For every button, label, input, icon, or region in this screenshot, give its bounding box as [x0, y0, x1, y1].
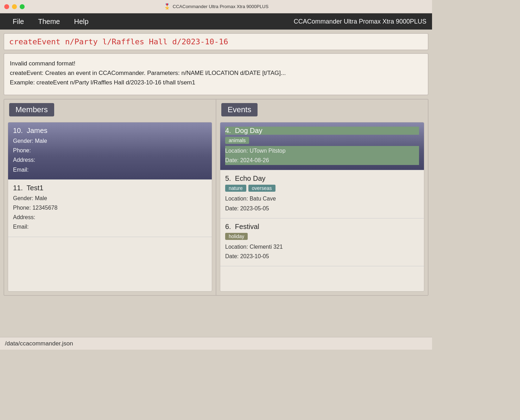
close-button[interactable] [4, 4, 9, 9]
menu-bar: File Theme Help CCACommander Ultra Proma… [0, 13, 432, 30]
members-panel: Members 10. James Gender: Male Phone: Ad… [4, 100, 216, 295]
event-tag: nature [225, 185, 246, 192]
event-tag: overseas [248, 185, 275, 192]
member-phone: Phone: 12345678 [13, 203, 207, 212]
menu-theme[interactable]: Theme [31, 15, 67, 28]
split-pane: Members 10. James Gender: Male Phone: Ad… [4, 99, 429, 296]
minimize-button[interactable] [12, 4, 17, 9]
menu-file[interactable]: File [6, 15, 31, 28]
events-panel: Events 4. Dog Day animals Location: UTow… [216, 100, 428, 295]
member-address: Address: [13, 155, 207, 165]
event-name: 6. Festival [225, 223, 419, 231]
menu-help[interactable]: Help [67, 15, 95, 28]
app-name-header: CCACommander Ultra Promax Xtra 9000PLUS [294, 18, 426, 25]
member-card[interactable]: 11. Test1 Gender: Male Phone: 12345678 A… [8, 180, 212, 237]
member-address: Address: [13, 212, 207, 222]
event-location: Location: UTown Pitstop [225, 146, 419, 155]
event-name: 4. Dog Day [225, 127, 419, 135]
output-area: Invalid command format! createEvent: Cre… [4, 53, 429, 95]
member-email: Email: [13, 222, 207, 231]
output-line-1: Invalid command format! [10, 59, 422, 68]
event-card[interactable]: 5. Echo Day nature overseas Location: Ba… [220, 170, 424, 218]
members-panel-title: Members [9, 103, 54, 116]
event-tag: holiday [225, 233, 248, 240]
output-line-2: createEvent: Creates an event in CCAComm… [10, 68, 422, 78]
events-panel-header: Events [216, 100, 428, 120]
members-list[interactable]: 10. James Gender: Male Phone: Address: E… [8, 122, 212, 292]
window-controls[interactable] [4, 4, 25, 9]
status-text: /data/ccacommander.json [5, 340, 73, 347]
event-date: Date: 2024-08-26 [225, 155, 419, 165]
member-gender: Gender: Male [13, 193, 207, 203]
member-name: 11. Test1 [13, 184, 207, 192]
maximize-button[interactable] [20, 4, 25, 9]
command-area [4, 33, 429, 50]
events-panel-title: Events [221, 103, 258, 116]
event-date: Date: 2023-05-05 [225, 204, 419, 213]
command-input[interactable] [9, 37, 423, 46]
event-tags: animals [225, 137, 419, 144]
members-panel-header: Members [4, 100, 216, 120]
status-bar: /data/ccacommander.json [0, 337, 432, 350]
app-icon: 🎖️ [164, 3, 171, 10]
event-date: Date: 2023-10-05 [225, 252, 419, 261]
member-card[interactable]: 10. James Gender: Male Phone: Address: E… [8, 122, 212, 180]
event-location: Location: Clementi 321 [225, 242, 419, 252]
event-tags: holiday [225, 233, 419, 240]
member-name: 10. James [13, 127, 207, 135]
output-line-3: Example: createEvent n/Party l/Raffles H… [10, 78, 422, 87]
member-gender: Gender: Male [13, 136, 207, 146]
window-title: CCACommander Ultra Promax Xtra 9000PLUS [173, 4, 268, 9]
title-bar-text: 🎖️ CCACommander Ultra Promax Xtra 9000PL… [164, 3, 268, 10]
member-email: Email: [13, 165, 207, 174]
member-phone: Phone: [13, 146, 207, 155]
event-tags: nature overseas [225, 185, 419, 192]
event-name: 5. Echo Day [225, 174, 419, 183]
event-tag: animals [225, 137, 249, 144]
event-card[interactable]: 6. Festival holiday Location: Clementi 3… [220, 218, 424, 266]
events-list[interactable]: 4. Dog Day animals Location: UTown Pitst… [220, 122, 424, 292]
title-bar: 🎖️ CCACommander Ultra Promax Xtra 9000PL… [0, 0, 432, 13]
event-location: Location: Batu Cave [225, 194, 419, 203]
event-card[interactable]: 4. Dog Day animals Location: UTown Pitst… [220, 122, 424, 170]
